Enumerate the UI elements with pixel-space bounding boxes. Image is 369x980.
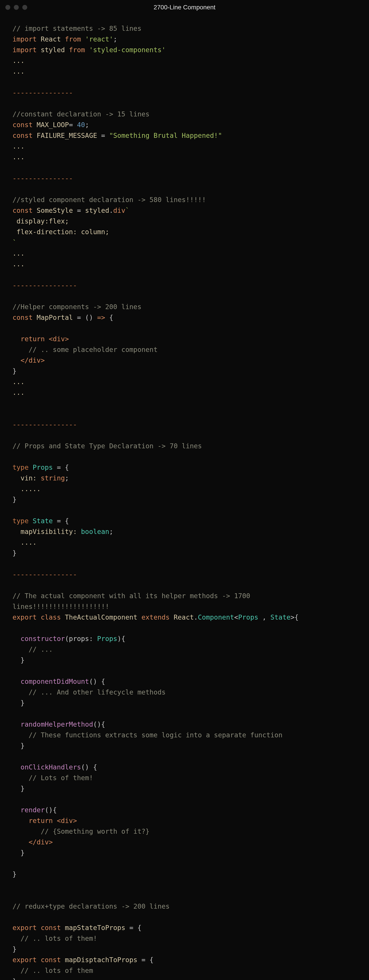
comment: // The actual component with all its hel… xyxy=(13,592,250,600)
comment: // Props and State Type Declaration -> 7… xyxy=(13,442,202,450)
comment: //styled component declaration -> 580 li… xyxy=(13,196,206,204)
code-line: constructor(props: Props){ xyxy=(13,633,356,644)
code-line: onClickHandlers() { xyxy=(13,762,356,773)
ellipsis: ..... xyxy=(13,485,41,493)
comment: lines!!!!!!!!!!!!!!!!!!! xyxy=(13,603,109,611)
code-line: } xyxy=(13,870,16,878)
separator: ---------------- xyxy=(13,282,77,289)
code-line: } xyxy=(13,699,25,707)
code-line: vin: string; xyxy=(13,473,356,484)
comment: // {Something worth of it?} xyxy=(13,827,150,835)
code-line: import styled from 'styled-components' xyxy=(13,45,356,55)
comment: // ... And other lifecycle methods xyxy=(13,688,165,696)
separator: ---------------- xyxy=(13,421,77,428)
code-line: return <div> xyxy=(13,334,356,344)
code-area: // import statements -> 85 lines import … xyxy=(0,15,369,980)
separator: ---------------- xyxy=(13,571,77,578)
maximize-icon[interactable] xyxy=(22,5,27,10)
code-line: randomHelperMethod(){ xyxy=(13,719,356,730)
titlebar: 2700-Line Component xyxy=(0,0,369,15)
code-line: export const mapStateToProps = { xyxy=(13,923,356,933)
comment: // These functions extracts some logic i… xyxy=(13,731,282,739)
comment: //Helper components -> 200 lines xyxy=(13,303,142,311)
code-line: type Props = { xyxy=(13,462,356,473)
code-line: } xyxy=(13,742,25,749)
minimize-icon[interactable] xyxy=(14,5,19,10)
separator: --------------- xyxy=(13,89,73,97)
comment: // .. lots of them xyxy=(13,967,93,974)
ellipsis: ... xyxy=(13,153,25,161)
ellipsis: ... xyxy=(13,378,25,386)
code-line: display:flex; xyxy=(13,217,69,225)
code-line: export class TheActualComponent extends … xyxy=(13,612,356,623)
code-line: return <div> xyxy=(13,815,356,826)
close-icon[interactable] xyxy=(5,5,10,10)
code-line: } xyxy=(13,977,16,980)
comment: // .. some placeholder component xyxy=(13,346,157,353)
code-line: componentDidMount() { xyxy=(13,676,356,687)
code-line: const SomeStyle = styled.div` xyxy=(13,205,356,216)
code-line: render(){ xyxy=(13,805,356,815)
ellipsis: ... xyxy=(13,57,25,64)
ellipsis: ... xyxy=(13,260,25,268)
window-title: 2700-Line Component xyxy=(0,2,369,13)
code-line: ` xyxy=(13,239,16,247)
code-line: </div> xyxy=(13,356,45,364)
code-line: } xyxy=(13,496,16,503)
code-line: } xyxy=(13,784,25,792)
comment: // import statements -> 85 lines xyxy=(13,24,142,32)
comment: //constant declaration -> 15 lines xyxy=(13,110,150,118)
separator: --------------- xyxy=(13,174,73,182)
code-line: } xyxy=(13,549,16,557)
ellipsis: ... xyxy=(13,388,25,396)
code-line: mapVisibility: boolean; xyxy=(13,527,356,537)
code-line: } xyxy=(13,367,16,375)
comment: // ... xyxy=(13,646,53,653)
comment: // Lots of them! xyxy=(13,774,93,782)
ellipsis: ... xyxy=(13,142,25,150)
code-line: const FAILURE_MESSAGE = "Something Bruta… xyxy=(13,130,356,141)
code-line: </div> xyxy=(13,838,53,846)
comment: // .. lots of them! xyxy=(13,934,97,942)
traffic-lights xyxy=(5,5,27,10)
code-line: } xyxy=(13,849,25,857)
ellipsis: ... xyxy=(13,249,25,257)
code-line: export const mapDisptachToProps = { xyxy=(13,955,356,965)
ellipsis: .... xyxy=(13,538,37,546)
code-line: import React from 'react'; xyxy=(13,34,356,45)
code-line: type State = { xyxy=(13,515,356,527)
editor-window: 2700-Line Component // import statements… xyxy=(0,0,369,980)
code-line: const MapPortal = () => { xyxy=(13,312,356,323)
code-line: const MAX_LOOP= 40; xyxy=(13,119,356,130)
ellipsis: ... xyxy=(13,67,25,75)
code-line: } xyxy=(13,656,25,664)
comment: // redux+type declarations -> 200 lines xyxy=(13,902,170,910)
code-line: } xyxy=(13,945,16,953)
code-line: flex-direction: column; xyxy=(13,228,109,236)
